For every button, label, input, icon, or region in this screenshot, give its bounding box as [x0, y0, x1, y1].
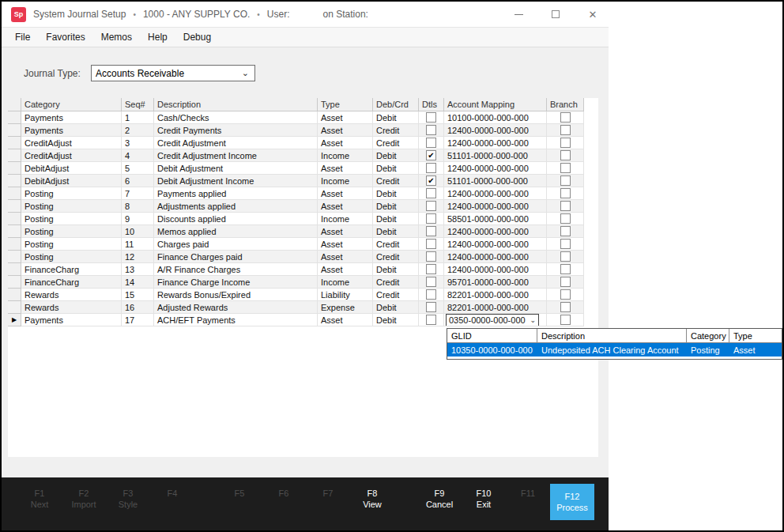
description-cell[interactable]: Credit Adjustment: [154, 137, 318, 149]
category-cell[interactable]: Posting: [21, 213, 122, 225]
branch-checkbox[interactable]: [560, 188, 571, 198]
description-cell[interactable]: Credit Payments: [154, 124, 318, 137]
description-cell[interactable]: Rewards Bonus/Expired: [154, 289, 318, 301]
description-cell[interactable]: Debit Adjustment Income: [154, 175, 318, 187]
column-header-type[interactable]: Type: [318, 98, 373, 111]
type-cell[interactable]: Asset: [318, 137, 373, 149]
type-cell[interactable]: Asset: [318, 251, 373, 263]
row-selector-cell[interactable]: [8, 162, 21, 175]
row-selector-cell[interactable]: [8, 187, 21, 200]
account-mapping-cell[interactable]: 12400-0000-000-000: [444, 162, 547, 175]
type-cell[interactable]: Asset: [318, 111, 373, 124]
category-cell[interactable]: Posting: [21, 200, 122, 213]
account-mapping-cell[interactable]: 51101-0000-000-000: [444, 149, 547, 162]
dtls-checkbox[interactable]: ✔: [426, 175, 436, 186]
branch-checkbox[interactable]: [560, 175, 571, 186]
account-mapping-cell[interactable]: 12400-0000-000-000: [444, 124, 547, 137]
seq-cell[interactable]: 17: [122, 314, 154, 326]
debcrd-cell[interactable]: Debit: [373, 187, 419, 200]
dtls-checkbox[interactable]: [426, 251, 436, 262]
description-cell[interactable]: Charges paid: [154, 238, 318, 251]
debcrd-cell[interactable]: Debit: [373, 263, 419, 276]
category-cell[interactable]: FinanceCharg: [21, 263, 122, 276]
dtls-checkbox[interactable]: [426, 213, 436, 224]
branch-checkbox[interactable]: [560, 138, 571, 148]
debcrd-cell[interactable]: Debit: [373, 200, 419, 213]
fkey-f9-cancel[interactable]: F9Cancel: [417, 488, 462, 510]
seq-cell[interactable]: 7: [122, 187, 154, 200]
type-cell[interactable]: Income: [318, 276, 373, 289]
row-selector-cell[interactable]: [8, 276, 21, 289]
account-mapping-cell[interactable]: 51101-0000-000-000: [444, 175, 547, 187]
branch-checkbox[interactable]: [560, 226, 571, 236]
seq-cell[interactable]: 8: [122, 200, 154, 213]
dtls-checkbox[interactable]: [426, 125, 436, 135]
column-header-seq-[interactable]: Seq#: [122, 98, 154, 111]
description-cell[interactable]: Discounts applied: [154, 213, 318, 225]
category-cell[interactable]: Rewards: [21, 289, 122, 301]
debcrd-cell[interactable]: Debit: [373, 301, 419, 314]
description-cell[interactable]: Adjustments applied: [154, 200, 318, 213]
type-cell[interactable]: Asset: [318, 314, 373, 326]
column-header-deb-crd[interactable]: Deb/Crd: [373, 98, 419, 111]
account-mapping-cell[interactable]: 12400-0000-000-000: [444, 187, 547, 200]
seq-cell[interactable]: 5: [122, 162, 154, 175]
category-cell[interactable]: Posting: [21, 238, 122, 251]
category-cell[interactable]: DebitAdjust: [21, 162, 122, 175]
type-cell[interactable]: Asset: [318, 238, 373, 251]
category-cell[interactable]: Payments: [21, 124, 122, 137]
branch-checkbox[interactable]: [560, 277, 571, 287]
account-mapping-cell[interactable]: 12400-0000-000-000: [444, 238, 547, 251]
description-cell[interactable]: Cash/Checks: [154, 111, 318, 124]
account-mapping-cell[interactable]: 82201-0000-000-000: [444, 289, 547, 301]
seq-cell[interactable]: 12: [122, 251, 154, 263]
debcrd-cell[interactable]: Debit: [373, 162, 419, 175]
category-cell[interactable]: Rewards: [21, 301, 122, 314]
seq-cell[interactable]: 16: [122, 301, 154, 314]
category-cell[interactable]: Payments: [21, 314, 122, 326]
dtls-checkbox[interactable]: [426, 289, 436, 300]
branch-checkbox[interactable]: [560, 163, 571, 173]
menu-item-debug[interactable]: Debug: [175, 28, 219, 47]
dtls-checkbox[interactable]: [426, 226, 436, 236]
type-cell[interactable]: Asset: [318, 200, 373, 213]
debcrd-cell[interactable]: Credit: [373, 251, 419, 263]
type-cell[interactable]: Asset: [318, 225, 373, 238]
row-selector-cell[interactable]: [8, 263, 21, 276]
branch-checkbox[interactable]: [560, 150, 571, 160]
branch-checkbox[interactable]: [560, 302, 571, 312]
debcrd-cell[interactable]: Debit: [373, 213, 419, 225]
dtls-checkbox[interactable]: [426, 163, 436, 173]
seq-cell[interactable]: 2: [122, 124, 154, 137]
row-selector-cell[interactable]: [8, 149, 21, 162]
row-selector-cell[interactable]: [8, 111, 21, 124]
seq-cell[interactable]: 13: [122, 263, 154, 276]
description-cell[interactable]: Finance Charge Income: [154, 276, 318, 289]
category-cell[interactable]: CreditAdjust: [21, 149, 122, 162]
type-cell[interactable]: Asset: [318, 162, 373, 175]
debcrd-cell[interactable]: Debit: [373, 111, 419, 124]
row-selector-cell[interactable]: [8, 301, 21, 314]
type-cell[interactable]: Expense: [318, 301, 373, 314]
dtls-checkbox[interactable]: [426, 239, 436, 249]
branch-checkbox[interactable]: [560, 201, 571, 211]
account-mapping-cell[interactable]: 12400-0000-000-000: [444, 225, 547, 238]
type-cell[interactable]: Asset: [318, 124, 373, 137]
branch-checkbox[interactable]: [560, 315, 571, 325]
account-mapping-editor[interactable]: 0350-0000-000-000⌄: [446, 314, 539, 326]
debcrd-cell[interactable]: Credit: [373, 276, 419, 289]
description-cell[interactable]: ACH/EFT Payments: [154, 314, 318, 326]
dtls-checkbox[interactable]: [426, 302, 436, 312]
account-mapping-cell[interactable]: 12400-0000-000-000: [444, 251, 547, 263]
description-cell[interactable]: Payments applied: [154, 187, 318, 200]
fkey-f8-view[interactable]: F8View: [350, 488, 394, 510]
type-cell[interactable]: Income: [318, 213, 373, 225]
column-header-branch[interactable]: Branch: [547, 98, 584, 111]
dtls-checkbox[interactable]: [426, 277, 436, 287]
type-cell[interactable]: Income: [318, 175, 373, 187]
type-cell[interactable]: Asset: [318, 263, 373, 276]
category-cell[interactable]: Posting: [21, 225, 122, 238]
category-cell[interactable]: DebitAdjust: [21, 175, 122, 187]
dtls-checkbox[interactable]: [426, 188, 436, 198]
account-mapping-cell[interactable]: 95701-0000-000-000: [444, 276, 547, 289]
